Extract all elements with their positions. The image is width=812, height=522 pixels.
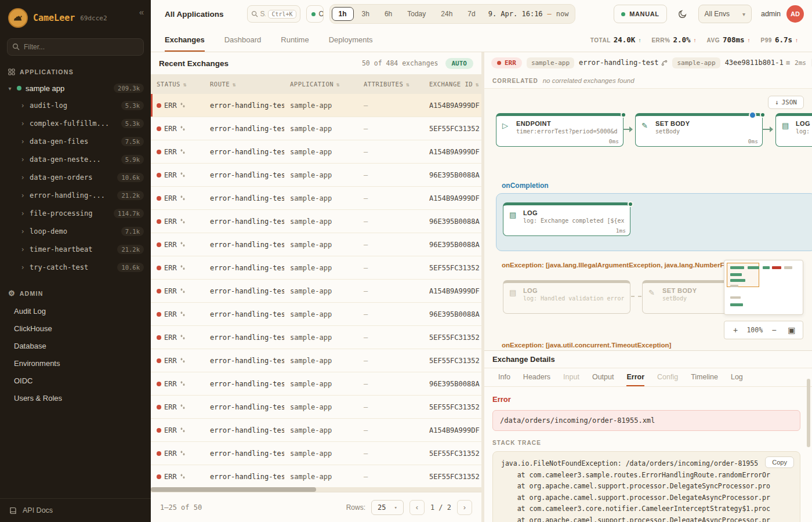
sidebar-route-item[interactable]: › loop-demo 7.1k bbox=[0, 222, 151, 240]
application-cell: sample-app bbox=[284, 125, 358, 133]
table-row[interactable]: ERR error-handling-test sample-app — A15… bbox=[151, 280, 481, 303]
table-row[interactable]: ERR error-handling-test sample-app — 96E… bbox=[151, 210, 481, 233]
fit-view-button[interactable]: ▣ bbox=[785, 325, 798, 335]
refresh-mode-button[interactable]: MANUAL bbox=[614, 5, 666, 23]
copy-button[interactable]: Copy bbox=[765, 456, 794, 468]
sidebar-collapse-button[interactable]: « bbox=[139, 7, 144, 17]
zoom-controls: + 100% − ▣ bbox=[724, 321, 803, 339]
sidebar-admin-item[interactable]: Users & Roles bbox=[0, 389, 151, 407]
sidebar-route-item[interactable]: › try-catch-test 10.6k bbox=[0, 258, 151, 276]
stat-value: 6.7s bbox=[775, 35, 792, 44]
sidebar-route-item[interactable]: › error-handling-... 21.2k bbox=[0, 186, 151, 204]
route-flow-canvas[interactable]: ↓ JSON ▷ ENDPOINT timer:errorTest?period… bbox=[484, 88, 812, 351]
table-row[interactable]: ERR error-handling-test sample-app — A15… bbox=[151, 187, 481, 210]
table-row[interactable]: ERR error-handling-test sample-app — 5EF… bbox=[151, 442, 481, 465]
table-row[interactable]: ERR error-handling-test sample-app — 5EF… bbox=[151, 256, 481, 280]
column-header[interactable]: STATUS ⇅ bbox=[151, 81, 204, 88]
table-row[interactable]: ERR error-handling-test sample-app — A15… bbox=[151, 419, 481, 442]
auto-refresh-badge[interactable]: AUTO bbox=[445, 58, 474, 69]
sidebar-admin-item[interactable]: Audit Log bbox=[0, 302, 151, 320]
attributes-cell: — bbox=[358, 334, 423, 342]
exchange-id-cell: 96E395B0088A bbox=[423, 241, 481, 249]
search-input[interactable] bbox=[260, 10, 266, 18]
column-header[interactable]: ROUTE ⇅ bbox=[204, 81, 284, 88]
table-row[interactable]: ERR error-handling-test sample-app — 96E… bbox=[151, 372, 481, 396]
zoom-in-button[interactable]: + bbox=[729, 325, 742, 335]
download-json-button[interactable]: ↓ JSON bbox=[768, 96, 804, 109]
sidebar-admin-item[interactable]: Database bbox=[0, 337, 151, 354]
main-tab[interactable]: Runtime bbox=[281, 28, 309, 52]
error-tab-content: Error /data/orders/incoming/order-81955.… bbox=[484, 387, 812, 522]
flow-node-log[interactable]: ▤ LOG log: Sta bbox=[775, 113, 812, 147]
live-toggle[interactable]: O bbox=[306, 5, 324, 23]
time-range-button[interactable]: 7d bbox=[461, 7, 482, 21]
error-status-dot bbox=[157, 173, 161, 177]
time-range-button[interactable]: 1h bbox=[332, 7, 354, 21]
sidebar: CameLeer 69dcce2 « APPLICATIONS ▾ sample… bbox=[0, 0, 151, 522]
horizontal-scrollbar[interactable] bbox=[151, 487, 481, 492]
flow-node-completion-log[interactable]: ▤ LOG log: Exchange completed [${exchan … bbox=[503, 202, 630, 236]
column-header[interactable]: ATTRIBUTES ⇅ bbox=[358, 81, 423, 88]
next-page-button[interactable]: › bbox=[457, 500, 472, 515]
table-row[interactable]: ERR error-handling-test sample-app — 5EF… bbox=[151, 349, 481, 372]
selected-node-dot bbox=[749, 111, 756, 119]
flow-node-exception-log[interactable]: ▤ LOG log: Handled validation error: ${e… bbox=[503, 280, 630, 314]
table-row[interactable]: ERR error-handling-test sample-app — A15… bbox=[151, 94, 481, 117]
table-row[interactable]: ERR error-handling-test sample-app — 5EF… bbox=[151, 396, 481, 419]
flow-minimap[interactable] bbox=[724, 260, 803, 315]
sidebar-route-item[interactable]: › complex-fulfillm... 5.3k bbox=[0, 114, 151, 132]
table-row[interactable]: ERR error-handling-test sample-app — 96E… bbox=[151, 164, 481, 187]
detail-tab[interactable]: Log bbox=[731, 368, 743, 386]
sidebar-admin-item[interactable]: Environments bbox=[0, 354, 151, 372]
time-range-button[interactable]: 3h bbox=[355, 7, 376, 21]
main-tab[interactable]: Exchanges bbox=[165, 28, 205, 52]
table-row[interactable]: ERR error-handling-test sample-app — 5EF… bbox=[151, 465, 481, 488]
sidebar-route-item[interactable]: › data-gen-orders 10.6k bbox=[0, 168, 151, 186]
time-range-button[interactable]: 24h bbox=[434, 7, 459, 21]
main-tab[interactable]: Deployments bbox=[329, 28, 373, 52]
table-row[interactable]: ERR error-handling-test sample-app — 96E… bbox=[151, 303, 481, 326]
time-range-button[interactable]: Today bbox=[400, 7, 433, 21]
detail-tab[interactable]: Config bbox=[657, 368, 678, 386]
sidebar-admin-item[interactable]: ClickHouse bbox=[0, 320, 151, 337]
sidebar-item-sample-app[interactable]: ▾ sample app 209.3k bbox=[0, 80, 151, 96]
vertical-scrollbar[interactable] bbox=[807, 379, 810, 447]
sidebar-route-item[interactable]: › timer-heartbeat 21.2k bbox=[0, 240, 151, 258]
detail-tab[interactable]: Error bbox=[626, 368, 644, 386]
flow-node-endpoint[interactable]: ▷ ENDPOINT timer:errorTest?period=5000&d… bbox=[496, 113, 624, 147]
date-range-display[interactable]: 9. Apr. 16:16 – now bbox=[488, 10, 569, 18]
table-row[interactable]: ERR error-handling-test sample-app — 5EF… bbox=[151, 117, 481, 140]
sidebar-route-item[interactable]: › data-gen-neste... 5.9k bbox=[0, 150, 151, 168]
horizontal-scrollbar-thumb[interactable] bbox=[151, 487, 316, 492]
detail-tab[interactable]: Output bbox=[592, 368, 614, 386]
time-range-button[interactable]: 6h bbox=[378, 7, 399, 21]
table-row[interactable]: ERR error-handling-test sample-app — 96E… bbox=[151, 233, 481, 256]
dark-mode-toggle[interactable] bbox=[673, 5, 693, 23]
prev-page-button[interactable]: ‹ bbox=[409, 500, 425, 515]
detail-tab[interactable]: Timeline bbox=[691, 368, 718, 386]
zoom-out-button[interactable]: − bbox=[768, 325, 781, 335]
detail-tab[interactable]: Info bbox=[498, 368, 510, 386]
sidebar-filter-input[interactable] bbox=[7, 38, 144, 56]
avatar[interactable]: AD bbox=[786, 5, 804, 23]
sidebar-route-item[interactable]: › audit-log 5.3k bbox=[0, 96, 151, 114]
node-status-dot bbox=[621, 112, 626, 118]
column-header[interactable]: EXCHANGE ID ⇅ bbox=[423, 81, 481, 88]
detail-tab[interactable]: Input bbox=[563, 368, 579, 386]
exchange-detail-header: ERR sample-app error-handling-test sampl… bbox=[484, 52, 812, 73]
environment-select[interactable]: All Envs ▾ bbox=[698, 5, 752, 23]
flow-node-set-body[interactable]: ✎ SET BODY setBody 0ms bbox=[635, 113, 763, 147]
sidebar-route-item[interactable]: › data-gen-files 7.5k bbox=[0, 132, 151, 150]
exchange-id-cell: 96E395B0088A bbox=[423, 171, 481, 179]
copy-id-icon[interactable]: ≡ bbox=[786, 59, 790, 67]
sidebar-item-api-docs[interactable]: API Docs bbox=[0, 498, 151, 522]
table-row[interactable]: ERR error-handling-test sample-app — A15… bbox=[151, 140, 481, 164]
main-tab[interactable]: Dashboard bbox=[224, 28, 262, 52]
detail-tab[interactable]: Headers bbox=[523, 368, 550, 386]
rows-per-page-select[interactable]: 25 ▾ bbox=[371, 500, 404, 515]
route-cell: error-handling-test bbox=[204, 403, 284, 411]
table-row[interactable]: ERR error-handling-test sample-app — 5EF… bbox=[151, 326, 481, 349]
sidebar-route-item[interactable]: › file-processing 114.7k bbox=[0, 204, 151, 222]
sidebar-admin-item[interactable]: OIDC bbox=[0, 372, 151, 389]
column-header[interactable]: APPLICATION ⇅ bbox=[284, 81, 358, 88]
